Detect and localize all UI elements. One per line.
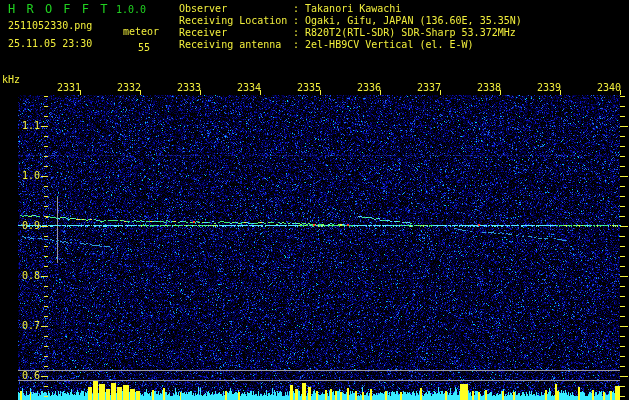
filename-label: 2511052330.png: [8, 20, 92, 32]
info-value: 2el-HB9CV Vertical (el. E-W): [305, 39, 474, 51]
time-label: 2337: [413, 82, 441, 94]
freq-label: 0.8: [6, 270, 40, 282]
mode-label: meteor: [123, 26, 159, 38]
datetime-label: 25.11.05 23:30: [8, 38, 92, 50]
info-value: Takanori Kawachi: [305, 3, 401, 15]
time-label: 2333: [173, 82, 201, 94]
info-separator: :: [293, 15, 299, 27]
info-label: Receiving antenna: [179, 39, 293, 51]
time-label: 2334: [233, 82, 261, 94]
time-label: 2336: [353, 82, 381, 94]
freq-label: 0.6: [6, 370, 40, 382]
meteor-count: 55: [138, 42, 150, 54]
spectrogram-canvas: [0, 0, 629, 400]
time-label: 2338: [473, 82, 501, 94]
freq-label: 1.0: [6, 170, 40, 182]
app-version: 1.0.0: [116, 4, 146, 15]
info-value: R820T2(RTL-SDR) SDR-Sharp 53.372MHz: [305, 27, 516, 39]
freq-label: 1.1: [6, 120, 40, 132]
info-separator: :: [293, 3, 299, 15]
info-row: Receiving antenna:2el-HB9CV Vertical (el…: [179, 39, 522, 51]
time-label: 2331: [53, 82, 81, 94]
info-row: Observer:Takanori Kawachi: [179, 3, 522, 15]
info-value: Ogaki, Gifu, JAPAN (136.60E, 35.35N): [305, 15, 522, 27]
time-label: 2339: [533, 82, 561, 94]
info-label: Receiving Location: [179, 15, 293, 27]
info-label: Observer: [179, 3, 293, 15]
freq-unit-label: kHz: [2, 74, 20, 86]
info-row: Receiving Location:Ogaki, Gifu, JAPAN (1…: [179, 15, 522, 27]
app-title: H R O F F T: [8, 2, 109, 16]
time-label: 2340: [593, 82, 621, 94]
info-label: Receiver: [179, 27, 293, 39]
info-separator: :: [293, 27, 299, 39]
hrofft-window: H R O F F T 1.0.0 2511052330.png meteor …: [0, 0, 629, 400]
time-label: 2335: [293, 82, 321, 94]
freq-label: 0.7: [6, 320, 40, 332]
info-row: Receiver:R820T2(RTL-SDR) SDR-Sharp 53.37…: [179, 27, 522, 39]
time-label: 2332: [113, 82, 141, 94]
freq-label: 0.9: [6, 220, 40, 232]
station-info: Observer:Takanori KawachiReceiving Locat…: [179, 3, 522, 51]
info-separator: :: [293, 39, 299, 51]
